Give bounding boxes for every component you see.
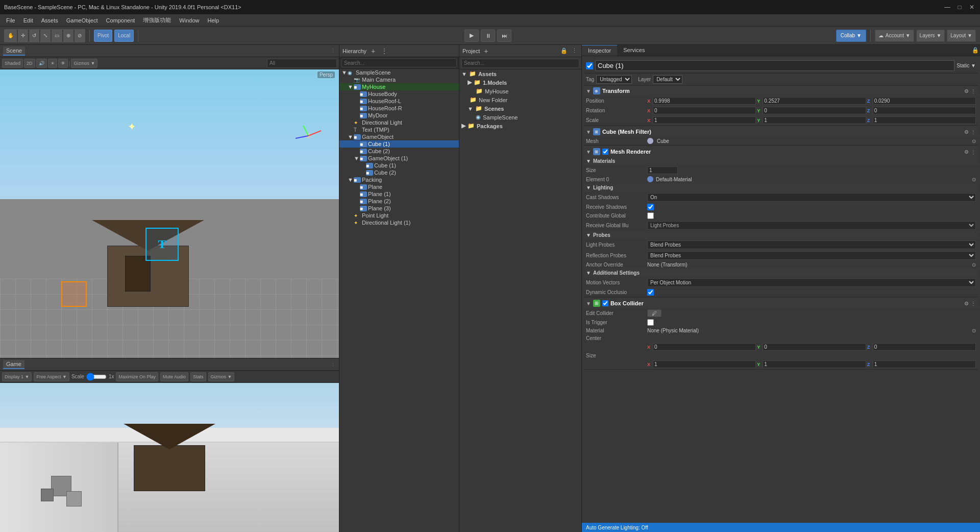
hierarchy-item-cube2[interactable]: ■ Cube (2) <box>339 148 459 155</box>
meshrenderer-more-icon[interactable]: ⋮ <box>971 149 976 155</box>
hierarchy-item-houseroofR[interactable]: ■ HouseRoof-R <box>339 105 459 112</box>
aspect-dropdown[interactable]: Free Aspect ▼ <box>34 372 69 381</box>
hierarchy-item-plane[interactable]: ■ Plane <box>339 183 459 190</box>
tab-services[interactable]: Services <box>617 45 651 56</box>
layout-button[interactable]: Layout ▼ <box>947 30 976 42</box>
hierarchy-item-samplescene[interactable]: ▼ ◉ SampleScene <box>339 69 459 76</box>
custom-tool[interactable]: ⊘ <box>75 30 85 42</box>
game-viewport[interactable] <box>0 383 339 532</box>
maximize-on-play[interactable]: Maximize On Play <box>116 372 158 381</box>
meshrenderer-settings-icon[interactable]: ⚙ <box>964 149 969 155</box>
meshfilter-header[interactable]: ▼ ⊞ Cube (Mesh Filter) ⚙ ⋮ <box>584 127 978 137</box>
hierarchy-item-maincamera[interactable]: 📷 Main Camera <box>339 76 459 83</box>
display-dropdown[interactable]: Display 1 ▼ <box>2 372 32 381</box>
hierarchy-item-cube1[interactable]: ■ Cube (1) <box>339 140 459 148</box>
2d-button[interactable]: 2D <box>24 59 35 68</box>
step-button[interactable]: ⏭ <box>497 30 511 42</box>
project-item-scenes[interactable]: ▼ 📁 Scenes <box>459 104 581 113</box>
menu-gameobject[interactable]: GameObject <box>62 16 102 25</box>
obj-active-checkbox[interactable] <box>586 62 593 69</box>
transform-more-icon[interactable]: ⋮ <box>971 88 976 94</box>
gizmos-button[interactable]: Gizmos ▼ <box>71 59 97 68</box>
collider-size-z-input[interactable] <box>873 360 976 368</box>
boxcollider-settings-icon[interactable]: ⚙ <box>964 301 969 306</box>
collider-material-target-icon[interactable]: ⊙ <box>972 328 976 333</box>
rect-tool[interactable]: ▭ <box>52 30 62 42</box>
boxcollider-enable-checkbox[interactable] <box>602 300 608 306</box>
hierarchy-item-plane3[interactable]: ■ Plane (3) <box>339 205 459 212</box>
pause-button[interactable]: ⏸ <box>481 30 495 42</box>
meshrenderer-header[interactable]: ▼ ⊞ Mesh Renderer ⚙ ⋮ <box>584 147 978 157</box>
move-tool[interactable]: ✛ <box>18 30 28 42</box>
close-button[interactable]: ✕ <box>968 3 976 11</box>
project-item-assets[interactable]: ▼ 📁 Assets <box>459 69 581 78</box>
layer-select[interactable]: Default <box>653 75 682 84</box>
meshrenderer-enable-checkbox[interactable] <box>602 149 608 155</box>
obj-name-field[interactable] <box>595 60 954 71</box>
castshadows-select[interactable]: On Off <box>647 193 976 202</box>
project-item-packages[interactable]: ▶ 📁 Packages <box>459 122 581 130</box>
menu-window[interactable]: Window <box>175 16 203 25</box>
hierarchy-item-gameobject[interactable]: ▼ ■ GameObject <box>339 133 459 140</box>
layers-button[interactable]: Layers ▼ <box>916 30 945 42</box>
meshfilter-more-icon[interactable]: ⋮ <box>971 129 976 135</box>
pivot-button[interactable]: Pivot <box>94 30 112 42</box>
hierarchy-search-input[interactable] <box>341 58 457 67</box>
menu-file[interactable]: File <box>2 16 19 25</box>
tab-hierarchy[interactable]: Hierarchy <box>342 48 366 54</box>
hierarchy-add-button[interactable]: + <box>369 46 378 56</box>
meshfilter-settings-icon[interactable]: ⚙ <box>964 129 969 135</box>
scene-effects[interactable]: ☀ <box>48 59 57 68</box>
transform-header[interactable]: ▼ ⊕ Transform ⚙ ⋮ <box>584 86 978 96</box>
hierarchy-item-cube2b[interactable]: ■ Cube (2) <box>339 169 459 176</box>
project-menu-button[interactable]: ⋮ <box>571 47 578 54</box>
hierarchy-item-plane2[interactable]: ■ Plane (2) <box>339 198 459 205</box>
reflectionprobes-select[interactable]: Blend Probes <box>647 251 976 260</box>
hierarchy-item-gameobject1[interactable]: ▼ ■ GameObject (1) <box>339 155 459 162</box>
project-item-samplescene[interactable]: ◉ SampleScene <box>459 113 581 122</box>
hierarchy-item-houseroofL[interactable]: ■ HouseRoof-L <box>339 98 459 105</box>
rotation-y-input[interactable] <box>763 107 866 114</box>
project-search-input[interactable] <box>461 59 579 68</box>
scene-hidden[interactable]: 👁 <box>58 59 68 68</box>
inspector-lock-button[interactable]: 🔒 <box>971 45 980 56</box>
hierarchy-menu-button[interactable]: ⋮ <box>380 46 389 56</box>
position-z-input[interactable] <box>873 97 976 105</box>
size-input[interactable] <box>647 166 678 174</box>
scale-x-input[interactable] <box>653 116 756 124</box>
hierarchy-item-directionallight[interactable]: ✦ Directional Light <box>339 119 459 126</box>
tab-game[interactable]: Game <box>3 360 24 369</box>
center-z-input[interactable] <box>873 343 976 351</box>
dynamicocclusion-checkbox[interactable] <box>647 289 654 296</box>
scale-slider[interactable] <box>86 373 107 380</box>
project-item-models[interactable]: ▶ 📁 1.Models <box>459 78 581 87</box>
menu-assets[interactable]: Assets <box>37 16 62 25</box>
boxcollider-header[interactable]: ▼ ⊞ Box Collider ⚙ ⋮ <box>584 298 978 308</box>
hierarchy-item-texttmp[interactable]: T Text (TMP) <box>339 126 459 133</box>
stats-button[interactable]: Stats <box>190 372 206 381</box>
hierarchy-item-myhouse[interactable]: ▼ ■ MyHouse <box>339 83 459 90</box>
account-button[interactable]: ☁ Account ▼ <box>875 30 914 42</box>
editcollider-button[interactable]: 🖊 <box>647 309 662 317</box>
collab-button[interactable]: Collab ▼ <box>836 30 866 42</box>
scale-tool[interactable]: ⤡ <box>40 30 51 42</box>
center-x-input[interactable] <box>653 343 756 351</box>
element0-target-icon[interactable]: ⊙ <box>972 177 976 182</box>
lightprobes-select[interactable]: Blend Probes <box>647 240 976 249</box>
hierarchy-item-pointlight[interactable]: ✦ Point Light <box>339 212 459 219</box>
mute-audio[interactable]: Mute Audio <box>160 372 188 381</box>
boxcollider-more-icon[interactable]: ⋮ <box>971 301 976 306</box>
collider-size-y-input[interactable] <box>763 360 866 368</box>
menu-component[interactable]: Component <box>102 16 139 25</box>
hand-tool[interactable]: ✋ <box>5 30 17 42</box>
project-add-button[interactable]: + <box>482 47 490 55</box>
hierarchy-item-mydoor[interactable]: ■ MyDoor <box>339 112 459 119</box>
receiveglobalill-select[interactable]: Light Probes <box>647 221 976 230</box>
local-button[interactable]: Local <box>114 30 134 42</box>
scene-search[interactable] <box>267 59 337 68</box>
mesh-target-icon[interactable]: ⊙ <box>972 138 976 144</box>
hierarchy-item-housebody[interactable]: ■ HouseBody <box>339 90 459 98</box>
project-item-newfolder[interactable]: 📁 New Folder <box>459 95 581 104</box>
transform-tool[interactable]: ⊕ <box>63 30 74 42</box>
tab-project[interactable]: Project <box>462 48 480 54</box>
